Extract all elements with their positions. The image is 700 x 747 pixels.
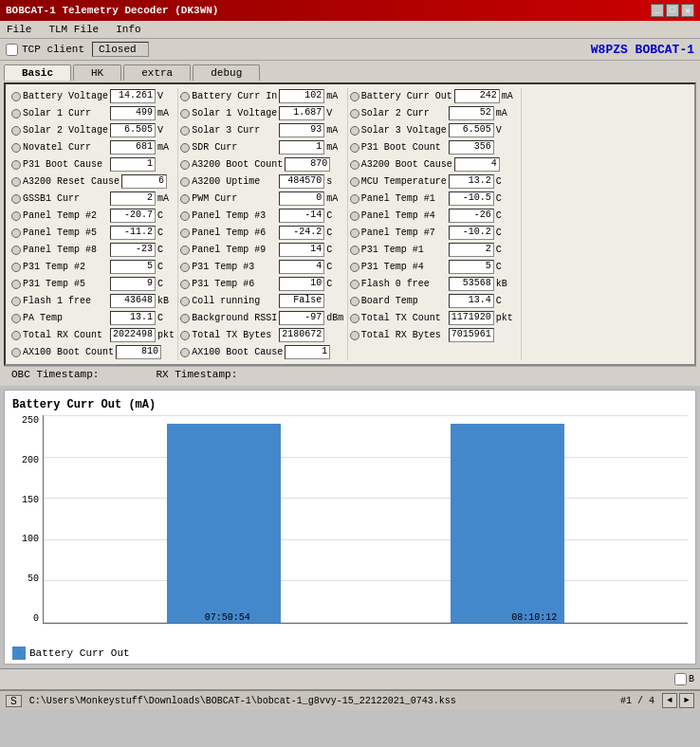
tab-debug[interactable]: debug <box>193 64 260 81</box>
maximize-button[interactable]: □ <box>666 4 679 17</box>
radio-button[interactable] <box>350 263 359 272</box>
tcp-client-checkbox[interactable] <box>6 44 18 56</box>
tcp-client-label: TCP client <box>22 44 84 55</box>
unit-label: kB <box>496 279 513 289</box>
radio-button[interactable] <box>350 280 359 289</box>
radio-button[interactable] <box>180 126 190 136</box>
radio-button[interactable] <box>180 246 190 255</box>
radio-button[interactable] <box>180 92 190 101</box>
radio-button[interactable] <box>180 314 190 323</box>
table-row: GSSB1 Curr2mA <box>11 191 175 207</box>
menu-file[interactable]: File <box>4 23 34 36</box>
radio-button[interactable] <box>350 160 359 170</box>
value-display: 1 <box>285 345 330 359</box>
nav-next-button[interactable]: ► <box>679 693 694 708</box>
unit-label: C <box>496 210 513 221</box>
radio-button[interactable] <box>11 314 21 323</box>
radio-button[interactable] <box>180 331 190 340</box>
window-controls[interactable]: _ □ ✕ <box>651 4 694 17</box>
tab-basic[interactable]: Basic <box>4 64 71 81</box>
chart-canvas: 250200150100500 07:50:5408:10:12 <box>12 415 688 643</box>
menu-tlm-file[interactable]: TLM File <box>46 23 101 36</box>
value-display: 13.1 <box>110 311 156 325</box>
radio-button[interactable] <box>11 246 21 255</box>
radio-button[interactable] <box>11 331 21 340</box>
radio-button[interactable] <box>350 228 359 238</box>
radio-button[interactable] <box>11 177 21 187</box>
radio-button[interactable] <box>11 160 21 170</box>
row-label: Flash 0 free <box>361 279 447 289</box>
value-display: 2 <box>110 191 156 206</box>
unit-label: mA <box>502 91 519 101</box>
radio-button[interactable] <box>180 143 190 153</box>
radio-button[interactable] <box>350 211 359 221</box>
s-button[interactable]: S <box>6 695 22 707</box>
radio-button[interactable] <box>350 297 359 306</box>
row-label: P31 Boot Count <box>361 142 447 153</box>
unit-label: pkt <box>157 330 175 340</box>
radio-button[interactable] <box>350 92 359 101</box>
legend-label: Battery Curr Out <box>29 647 130 659</box>
radio-button[interactable] <box>180 263 190 272</box>
radio-button[interactable] <box>350 314 359 323</box>
value-display: 681 <box>110 140 156 155</box>
radio-button[interactable] <box>11 143 21 153</box>
b-checkbox[interactable] <box>674 673 687 685</box>
radio-button[interactable] <box>11 126 21 136</box>
radio-button[interactable] <box>180 194 190 204</box>
callsign-display: W8PZS BOBCAT-1 <box>591 43 694 57</box>
unit-label: C <box>496 245 513 255</box>
radio-button[interactable] <box>350 331 359 340</box>
menu-info[interactable]: Info <box>113 23 143 36</box>
table-row: A3200 Boot Count870 <box>180 156 344 173</box>
radio-button[interactable] <box>11 297 21 306</box>
radio-button[interactable] <box>11 109 21 118</box>
radio-button[interactable] <box>180 177 190 187</box>
row-label: Panel Temp #2 <box>23 210 108 221</box>
value-display: 2180672 <box>279 328 324 342</box>
table-row: P31 Boot Cause1 <box>11 156 175 173</box>
radio-button[interactable] <box>11 228 21 238</box>
radio-button[interactable] <box>11 194 21 204</box>
nav-prev-button[interactable]: ◄ <box>662 693 677 708</box>
radio-button[interactable] <box>180 348 190 357</box>
radio-button[interactable] <box>350 143 359 153</box>
menu-bar: File TLM File Info <box>0 21 700 39</box>
unit-label: kB <box>157 296 175 306</box>
radio-button[interactable] <box>180 211 190 221</box>
radio-button[interactable] <box>180 160 190 170</box>
radio-button[interactable] <box>11 280 21 289</box>
close-button[interactable]: ✕ <box>681 4 694 17</box>
radio-button[interactable] <box>350 194 359 204</box>
minimize-button[interactable]: _ <box>651 4 664 17</box>
row-label: A3200 Reset Cause <box>23 176 120 187</box>
unit-label: C <box>157 210 175 221</box>
y-axis-label: 200 <box>22 455 39 465</box>
tab-hk[interactable]: HK <box>73 64 121 81</box>
table-row: Total RX Bytes7015961 <box>350 327 519 343</box>
radio-button[interactable] <box>180 228 190 238</box>
radio-button[interactable] <box>11 348 21 357</box>
unit-label: C <box>496 262 513 272</box>
table-row: A3200 Reset Cause6 <box>11 173 175 190</box>
table-row: Flash 1 free43648kB <box>11 293 175 309</box>
radio-button[interactable] <box>350 177 359 187</box>
radio-button[interactable] <box>11 92 21 101</box>
radio-button[interactable] <box>180 109 190 118</box>
row-label: Total RX Bytes <box>361 330 447 340</box>
unit-label: mA <box>157 193 175 204</box>
radio-button[interactable] <box>350 126 359 136</box>
row-label: P31 Boot Cause <box>23 159 108 170</box>
row-label: Solar 1 Curr <box>23 108 108 118</box>
radio-button[interactable] <box>350 109 359 118</box>
unit-label: V <box>326 108 343 118</box>
tab-extra[interactable]: extra <box>123 64 191 81</box>
unit-label: C <box>157 228 175 238</box>
radio-button[interactable] <box>11 263 21 272</box>
radio-button[interactable] <box>11 211 21 221</box>
radio-button[interactable] <box>180 297 190 306</box>
row-label: PA Temp <box>23 313 108 323</box>
radio-button[interactable] <box>180 280 190 289</box>
page-info: #1 / 4 <box>620 696 654 706</box>
radio-button[interactable] <box>350 246 359 255</box>
